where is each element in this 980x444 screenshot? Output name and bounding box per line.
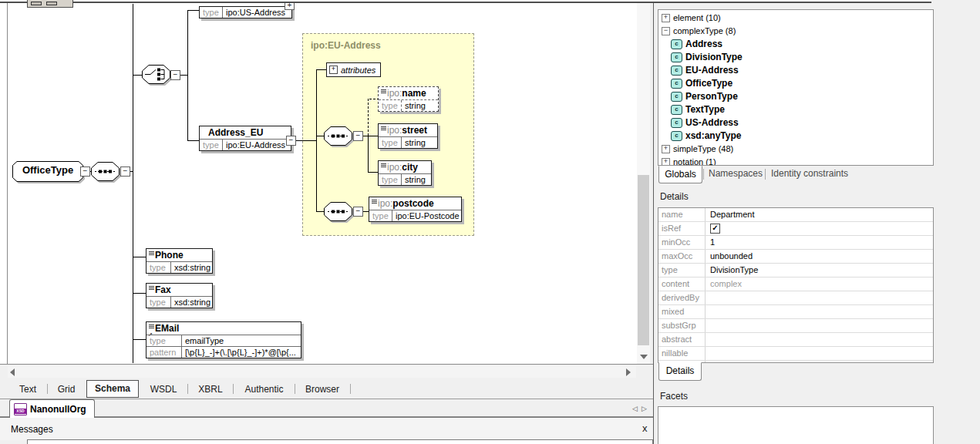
pane-left-border [7,3,8,365]
messages-title: Messages [11,424,53,435]
type-label: type [379,137,402,148]
sequence-collapse-handle[interactable]: − [120,166,130,177]
sequence-collapse-handle[interactable]: − [353,207,363,217]
fax-element-box[interactable]: Fax type xsd:string [146,283,213,308]
attributes-label: attributes [341,66,375,75]
type-value: string [402,174,429,185]
type-value: string [402,100,429,111]
attributes-box[interactable]: + attributes [326,62,381,77]
tab-separator [350,384,351,394]
ns-prefix: ipo: [378,198,392,209]
ipo-name-element-box[interactable]: ipo:name type string [378,86,439,112]
messages-content-box [27,439,653,444]
type-label: type [379,174,402,185]
choice-icon[interactable] [142,65,170,84]
type-value: string [402,137,429,148]
diagram-vertical-scrollbar[interactable] [637,3,650,364]
type-label: type [146,297,171,308]
choice-collapse-handle[interactable]: − [170,70,180,80]
reference-arrow-icon: ↗ [148,328,153,340]
scroll-right-arrow-icon[interactable] [626,368,631,376]
tab-wsdl[interactable]: WSDL [140,381,187,398]
top-strip [0,0,931,2]
tab-xbrl[interactable]: XBRL [189,381,232,398]
tab-separator [233,384,234,394]
element-name: street [402,125,427,136]
element-icon [149,286,154,287]
close-icon[interactable]: x [642,422,648,434]
address-eu-element-box[interactable]: Address_EU type ipo:EU-Address [199,126,291,151]
address-eu-title: Address_EU [200,126,291,139]
messages-panel-header: Messages x [0,417,653,440]
attributes-expand-icon[interactable]: + [329,66,338,74]
phone-element-box[interactable]: Phone type xsd:string [146,248,213,274]
scrollbar-thumb[interactable] [638,175,649,345]
diagram-horizontal-scrollbar[interactable] [8,366,636,378]
tab-grid[interactable]: Grid [48,381,85,398]
element-icon [149,325,154,325]
docked-toolbar-fragment[interactable] [27,0,73,8]
tab-separator [187,384,188,394]
email-element-box[interactable]: ↗EMail type emailType pattern [\p{L}_-]+… [146,321,301,358]
sequence-icon[interactable] [91,162,120,181]
ns-prefix: ipo: [387,88,402,99]
type-value: ipo:EU-Address [223,140,288,150]
xml-schema-editor-window: ipo:EU-Address OfficeType − [0,0,980,444]
us-address-element-box[interactable]: type ipo:US-Address [199,6,292,18]
sequence-collapse-handle[interactable]: − [353,131,363,141]
tab-browser[interactable]: Browser [296,381,349,398]
type-value: xsd:string [171,262,212,273]
element-name: city [402,162,418,173]
element-name: name [402,88,426,99]
sequence-icon[interactable] [324,202,352,221]
tabbar-separator-line [0,399,653,399]
element-name: postcode [392,198,433,209]
tab-schema[interactable]: Schema [86,380,139,398]
type-label: type [369,210,392,221]
officetype-label: OfficeType [12,164,83,176]
ns-prefix: ipo: [387,162,402,173]
ipo-street-element-box[interactable]: ipo:street type string [378,123,438,149]
officetype-collapse-handle[interactable]: − [80,166,90,177]
scrollbar-gutter [650,3,653,365]
ns-prefix: ipo: [387,125,402,136]
tab-text[interactable]: Text [9,381,46,398]
type-label: type [146,262,171,273]
xsd-file-icon: XSD [14,403,27,415]
element-name: Phone [155,250,184,261]
type-value: ipo:EU-Postcode [392,210,461,221]
tab-authentic[interactable]: Authentic [234,381,294,398]
file-tab-nanonullorg[interactable]: XSD NanonullOrg [9,399,95,418]
element-icon [381,89,386,90]
tab-scroll-right-icon[interactable]: ▷ [642,405,647,412]
tab-scroll-left-icon[interactable]: ◁ [632,405,638,412]
type-value: emailType [182,335,227,346]
element-icon [149,251,154,252]
type-label: type [379,100,402,111]
scroll-left-arrow-icon[interactable] [10,368,15,376]
tab-separator [47,384,48,394]
pane-bottom-border [0,364,653,365]
ipo-postcode-element-box[interactable]: ipo:postcode type ipo:EU-Postcode [369,197,462,222]
element-icon [381,126,386,127]
type-label: type [200,7,223,18]
type-label: type [200,140,223,150]
type-value: xsd:string [171,297,212,308]
element-icon [381,163,386,164]
element-name: Fax [155,284,171,295]
scroll-down-arrow-icon[interactable] [640,355,648,359]
pane-top-border [0,2,931,3]
element-name: EMail [155,323,179,334]
type-value: ipo:US-Address [223,7,288,18]
pattern-label: pattern [146,347,182,358]
pattern-value: [\p{L}_-]+(\.[\p{L}_-]+)*@[\p{... [182,347,299,358]
tab-separator [295,384,295,394]
sequence-icon[interactable] [324,126,352,146]
address-eu-collapse-handle[interactable]: − [286,136,296,146]
element-icon [372,200,377,200]
file-tab-label: NanonullOrg [30,404,86,415]
ipo-city-element-box[interactable]: ipo:city type string [378,160,432,186]
